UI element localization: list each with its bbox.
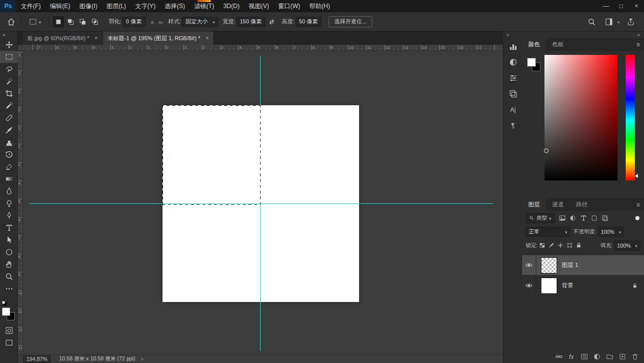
screen-mode-button[interactable] [0, 337, 18, 349]
panel-tab-颜色[interactable]: 颜色 [522, 38, 546, 51]
hand-tool[interactable] [0, 258, 18, 270]
hue-slider-marker[interactable] [635, 174, 638, 178]
lock-artboard-icon[interactable] [565, 240, 574, 251]
paragraph-panel-icon[interactable]: ¶ [503, 117, 523, 133]
layer-row[interactable]: 图层 1 [522, 255, 644, 276]
blend-mode-select[interactable]: 正常 [526, 227, 570, 237]
tool-preset-picker[interactable] [25, 15, 45, 28]
chevron-down-icon[interactable] [617, 19, 620, 25]
filter-shape-icon[interactable] [589, 213, 600, 223]
crop-tool[interactable] [0, 87, 18, 100]
menu-item-3D(D)[interactable]: 3D(D) [219, 0, 244, 12]
visibility-toggle-eye-icon[interactable] [522, 255, 536, 275]
history-brush-tool[interactable] [0, 148, 18, 161]
layer-styles-icon[interactable]: fx [566, 351, 577, 362]
delete-icon[interactable] [629, 351, 640, 362]
toolbar-collapse-icon[interactable]: » [0, 32, 17, 39]
opacity-select[interactable]: 100% [598, 227, 624, 237]
new-selection-icon[interactable] [53, 16, 64, 27]
tab-close-icon[interactable]: × [94, 35, 98, 42]
fill-select[interactable]: 100% [614, 240, 640, 251]
dodge-tool[interactable] [0, 197, 18, 209]
panel-tab-图层[interactable]: 图层 [522, 198, 546, 211]
menu-item-文件(F)[interactable]: 文件(F) [16, 0, 45, 12]
eraser-tool[interactable] [0, 161, 18, 173]
select-and-mask-button[interactable]: 选择并遮住... [329, 16, 372, 27]
ruler-left[interactable]: 321012345678910111213 [18, 51, 23, 354]
healing-tool[interactable] [0, 112, 18, 124]
minimize-button[interactable]: — [598, 0, 614, 12]
menu-item-窗口(W)[interactable]: 窗口(W) [274, 0, 305, 12]
layer-thumbnail[interactable] [541, 257, 557, 274]
filter-smart-object-icon[interactable] [600, 213, 610, 223]
workspace-switcher-icon[interactable] [603, 16, 615, 28]
filter-type-icon[interactable] [578, 213, 589, 223]
more-tool[interactable] [0, 283, 18, 295]
close-button[interactable]: × [629, 0, 644, 12]
zoom-level-input[interactable]: 194.87% [23, 355, 51, 363]
panel-tab-路径[interactable]: 路径 [570, 198, 594, 211]
hue-slider[interactable] [626, 55, 635, 180]
histogram-panel-icon[interactable] [503, 39, 523, 54]
layer-row[interactable]: 背景 [522, 276, 644, 296]
filter-adjustment-icon[interactable] [568, 213, 578, 223]
menu-item-选择(S)[interactable]: 选择(S) [160, 0, 189, 12]
menu-item-文字(Y)[interactable]: 文字(Y) [131, 0, 160, 12]
blur-tool[interactable] [0, 185, 18, 197]
quick-mask-button[interactable] [0, 324, 18, 337]
default-colors-icon[interactable] [2, 301, 5, 304]
stamp-tool[interactable] [0, 136, 18, 148]
menu-item-帮助(H)[interactable]: 帮助(H) [305, 0, 335, 12]
lock-transparent-icon[interactable] [538, 240, 547, 251]
brush-tool[interactable] [0, 124, 18, 136]
link-icon[interactable] [553, 351, 564, 362]
intersect-selection-icon[interactable] [89, 16, 101, 27]
menu-item-图像(I)[interactable]: 图像(I) [75, 0, 102, 12]
lock-pixels-icon[interactable] [547, 240, 556, 251]
quick-select-tool[interactable] [0, 75, 18, 87]
width-input[interactable]: 150 像素 [236, 17, 265, 27]
add-to-selection-icon[interactable] [65, 16, 76, 27]
tab-close-icon[interactable]: × [205, 35, 209, 42]
ruler-origin-corner[interactable] [18, 45, 23, 51]
restore-button[interactable]: □ [614, 0, 629, 12]
dock-expand-icon[interactable]: « [503, 32, 522, 39]
panel-tab-通道[interactable]: 通道 [546, 198, 570, 211]
height-input[interactable]: 50 像素 [296, 17, 321, 27]
feather-input[interactable]: 0 像素 [122, 17, 146, 27]
lasso-tool[interactable] [0, 63, 18, 75]
foreground-color-swatch[interactable] [2, 308, 10, 316]
search-icon[interactable] [586, 16, 598, 28]
zoom-tool[interactable] [0, 270, 18, 283]
panel-menu-icon[interactable]: ≡ [636, 38, 644, 51]
eyedropper-tool[interactable] [0, 100, 18, 112]
path-select-tool[interactable] [0, 234, 18, 246]
filter-kind-select[interactable]: 类型 [526, 213, 555, 223]
adjustments-panel-icon[interactable] [503, 54, 523, 70]
panels-collapse-icon[interactable]: » [522, 32, 644, 38]
visibility-toggle-eye-icon[interactable] [522, 276, 536, 295]
new-adjustment-icon[interactable] [591, 351, 602, 362]
canvas-area[interactable] [23, 51, 503, 354]
filter-image-icon[interactable] [557, 213, 568, 223]
menu-item-图层(L)[interactable]: 图层(L) [102, 0, 131, 12]
character-panel-icon[interactable]: A| [503, 102, 523, 117]
mask-icon[interactable] [578, 351, 590, 362]
layer-thumbnail[interactable] [541, 278, 557, 294]
panel-menu-icon[interactable]: ≡ [636, 198, 644, 211]
color-picker-cursor[interactable] [544, 148, 549, 153]
subtract-from-selection-icon[interactable] [77, 16, 88, 27]
pen-tool[interactable] [0, 209, 18, 222]
panel-tab-色板[interactable]: 色板 [546, 38, 570, 51]
brush-settings-panel-icon[interactable] [503, 70, 523, 86]
type-tool[interactable] [0, 222, 18, 234]
swap-dimensions-icon[interactable] [266, 16, 278, 28]
new-layer-icon[interactable] [617, 351, 628, 362]
marquee-tool[interactable] [0, 51, 18, 63]
move-tool[interactable] [0, 39, 18, 51]
share-icon[interactable] [625, 16, 637, 28]
foreground-color-swatch[interactable] [527, 58, 536, 67]
menu-item-视图(V)[interactable]: 视图(V) [244, 0, 274, 12]
gradient-tool[interactable] [0, 173, 18, 185]
group-icon[interactable] [604, 351, 615, 362]
